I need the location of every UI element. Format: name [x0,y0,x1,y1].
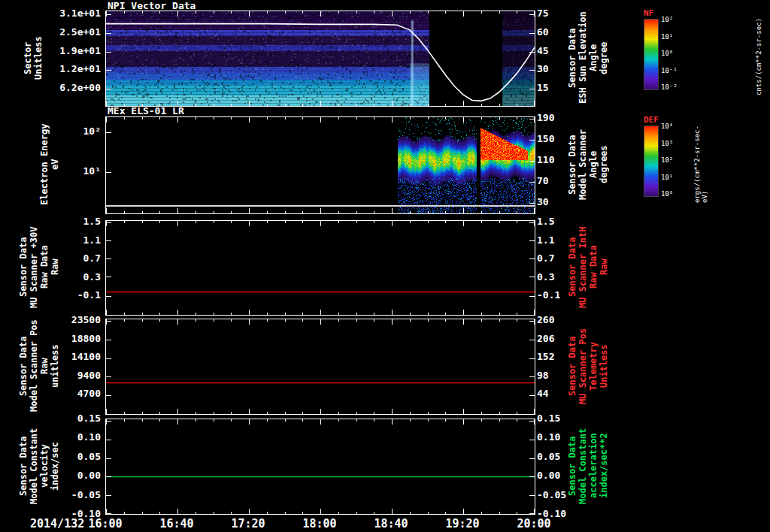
tick-label: 0.05 [50,452,101,462]
y-axis-label-line: Electron Energy [39,116,50,213]
panel3-plot-area [105,220,535,316]
y-axis-label-line: index/sec**2 [599,419,609,513]
tick-label: 1.5 [50,216,101,227]
x-tick-label: 16:00 [81,517,129,530]
tick-label: 1.9e+01 [50,46,101,56]
y-axis-label-line: Model Scanner Pos [29,319,39,413]
tick-label: 0.3 [50,272,101,283]
tick-label: 0.7 [50,253,101,264]
y-axis-label-line: MU Scanner +30V [29,220,39,314]
colorbar-tick-label: 10⁴ [661,122,681,130]
y-axis-label-line: Sector [23,11,33,105]
y-axis-label-line: ESH Sun Elevation [578,11,588,105]
panel4-left-tick-labels: 23500188001410094004700 [50,315,101,399]
tick-label: 10¹ [50,166,101,177]
y-axis-label-line: Sensor Data [567,319,578,413]
tick-label: -0.1 [50,290,101,301]
panel3-right-axis-label: Sensor DataMU Scanner IntHRaw DataRaw [567,220,609,314]
colorbar-def-units: ergs/(cm**2-sr-sec-eV) [693,120,708,203]
tick-label: 23500 [50,315,101,325]
panel4-right-axis-label: Sensor DataMU Scanner PosTelemetryUnitle… [567,319,609,413]
y-axis-label-line: Sensor Data [18,220,29,314]
tick-label: 1.1 [50,235,101,246]
figure: NPI Vector Data MEx ELS-01 LR SectorUnit… [0,0,770,532]
y-axis-label-line: Sensor Data [567,116,578,213]
model-constant-line-canvas [106,419,535,514]
panel1-title: NPI Vector Data [108,0,196,11]
y-axis-label-line: MU Scanner Pos [578,319,588,413]
panel1-left-tick-labels: 3.1e+012.5e+011.9e+011.2e+016.2e+00 [50,8,101,93]
y-axis-label-line: Unitless [33,11,44,105]
y-axis-label-line: acceleration [588,419,599,513]
y-axis-label-line: Sensor Data [567,11,578,105]
panel2-plot-area [105,116,535,214]
panel5-right-axis-label: Sensor DataModel Constantaccelerationind… [567,419,609,513]
y-axis-label-line: Model Constant [29,419,39,513]
panel2-left-tick-labels: 10²10¹ [50,126,101,177]
x-axis-tick-labels: 16:0016:4017:2018:0018:4019:2020:00 [81,517,558,530]
panel4-plot-area [105,319,535,415]
y-axis-label-line: Angle [588,11,599,105]
panel2-title: MEx ELS-01 LR [108,105,184,116]
els-spectrogram-canvas [106,117,535,213]
y-axis-label-line: Raw Data [39,220,50,314]
colorbar-nf [644,19,659,90]
y-axis-label-line: Raw [39,319,50,413]
panel2-right-axis-label: Sensor DataModel ScannerAngledegrees [567,116,609,213]
y-axis-label-line: Model Scanner [578,116,588,213]
y-axis-label-line: Unitless [599,319,609,413]
y-axis-label-line: Sensor Data [567,419,578,513]
tick-label: 18800 [50,334,101,344]
x-tick-label: 18:40 [367,517,415,530]
y-axis-label-line: Model Constant [578,419,588,513]
panel1-y-axis-label: SectorUnitless [23,11,44,105]
tick-label: 4700 [50,388,101,399]
tick-label: 3.1e+01 [50,8,101,19]
colorbar-nf-units: cnts/(cm**2-sr-sec) [755,9,762,95]
colorbar-def [644,125,659,197]
tick-label: 0.15 [50,413,101,424]
tick-label: 1.2e+01 [50,64,101,74]
panel5-plot-area [105,419,535,515]
x-tick-label: 18:00 [296,517,344,530]
x-tick-label: 20:00 [510,517,558,530]
tick-label: 0.10 [50,432,101,443]
colorbar-tick-label: 10⁰ [661,190,681,198]
panel3-left-tick-labels: 1.51.10.70.3-0.1 [50,216,101,301]
tick-label: 14100 [50,352,101,362]
tick-label: 6.2e+00 [50,83,101,93]
y-axis-label-line: MU Scanner IntH [578,220,588,314]
tick-label: 10² [50,126,101,137]
y-axis-label-line: Raw Data [588,220,599,314]
x-tick-label: 17:20 [224,517,272,530]
colorbar-tick-label: 10² [661,16,681,23]
npi-spectrogram-canvas [106,11,535,106]
tick-label: 0.00 [50,470,101,481]
y-axis-label-line: degree [599,11,609,105]
colorbar-nf-title: NF [644,8,653,18]
colorbar-tick-label: 10³ [661,140,681,147]
colorbar-def-title: DEF [644,115,659,125]
y-axis-label-line: Sensor Data [567,220,578,314]
colorbar-tick-label: 10¹ [661,174,681,181]
y-axis-label-line: Telemetry [588,319,599,413]
tick-label: 9400 [50,370,101,381]
x-tick-label: 16:40 [153,517,201,530]
panel1-plot-area [105,11,535,107]
panel1-right-axis-label: Sensor DataESH Sun ElevationAngledegree [567,11,609,105]
panel5-left-tick-labels: 0.150.100.050.00-0.05-0.10 [50,413,101,519]
colorbar-tick-label: 10² [661,156,681,164]
tick-label: -0.05 [50,490,101,500]
colorbar-tick-label: 10⁰ [661,50,681,57]
y-axis-label-line: Angle [588,116,599,213]
colorbar-def-tick-labels: 10⁴10³10²10¹10⁰ [661,122,681,198]
y-axis-label-line: Sensor Data [18,419,29,513]
mu-scanner-line-canvas [106,221,535,315]
y-axis-label-line: degrees [599,116,609,213]
colorbar-tick-label: 10⁻² [661,83,681,91]
x-axis-date-label: 2014/132 [30,517,84,530]
x-tick-label: 19:20 [438,517,487,530]
y-axis-label-line: Raw [599,220,609,314]
colorbar-tick-label: 10⁻¹ [661,67,681,74]
colorbar-nf-tick-labels: 10²10¹10⁰10⁻¹10⁻² [661,16,681,91]
